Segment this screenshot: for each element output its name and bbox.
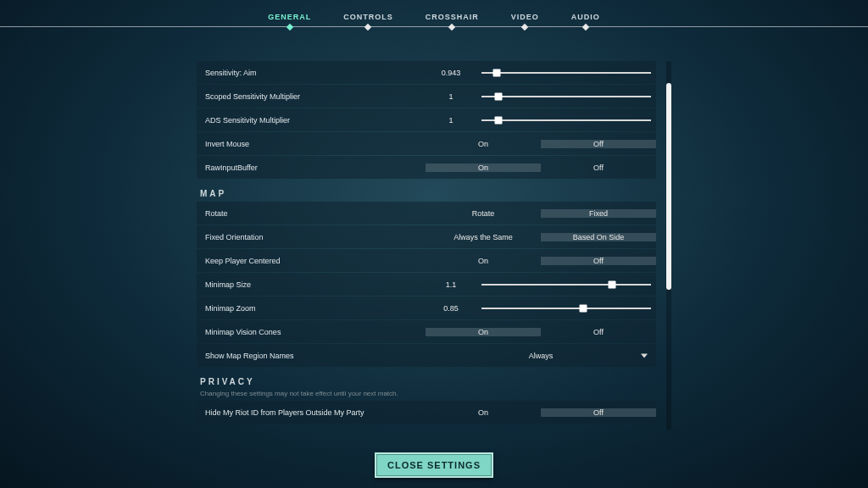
row-vision-cones: Minimap Vision Cones On Off [197,320,656,343]
label-keep-centered: Keep Player Centered [197,257,426,265]
tab-video[interactable]: VIDEO [511,13,539,26]
label-rotate: Rotate [197,209,426,218]
label-sensitivity-aim: Sensitivity: Aim [197,69,426,77]
slider-minimap-size[interactable] [476,284,656,286]
toggle-rotate-a[interactable]: Rotate [426,209,541,218]
slider-sensitivity-aim[interactable] [476,72,656,74]
label-region-names: Show Map Region Names [197,352,426,360]
toggle-keep-centered: On Off [426,257,656,265]
toggle-keep-centered-b[interactable]: Off [541,257,656,265]
toggle-rawinput-on[interactable]: On [426,164,541,172]
toggle-hide-riot-id-b[interactable]: Off [541,408,656,417]
label-vision-cones: Minimap Vision Cones [197,328,426,336]
section-heading-map: MAP [197,189,656,198]
toggle-orientation-a[interactable]: Always the Same [426,233,541,241]
tab-controls[interactable]: CONTROLS [343,13,393,26]
slider-minimap-zoom[interactable] [476,308,656,309]
toggle-hide-riot-id: On Off [426,408,656,417]
scrollbar-thumb[interactable] [666,83,671,290]
scrollbar-track[interactable] [666,61,671,430]
toggle-rawinput: On Off [426,164,656,172]
row-minimap-zoom: Minimap Zoom 0.85 [197,297,656,319]
value-minimap-zoom: 0.85 [426,304,476,313]
slider-knob[interactable] [495,92,503,100]
settings-panel: Sensitivity: Aim 0.943 Scoped Sensitivit… [197,61,671,430]
slider-ads-multiplier[interactable] [476,119,656,121]
toggle-invert-mouse-off[interactable]: Off [541,140,656,148]
value-ads-multiplier: 1 [426,116,476,125]
label-minimap-zoom: Minimap Zoom [197,304,426,313]
row-rawinput: RawInputBuffer On Off [197,156,656,179]
label-orientation: Fixed Orientation [197,233,426,241]
row-keep-centered: Keep Player Centered On Off [197,249,656,272]
dropdown-region-names[interactable]: Always [426,352,656,360]
toggle-orientation: Always the Same Based On Side [426,233,656,241]
row-hide-riot-id: Hide My Riot ID from Players Outside My … [197,401,656,424]
close-settings-button[interactable]: CLOSE SETTINGS [375,452,493,478]
slider-knob[interactable] [493,69,501,76]
toggle-vision-cones: On Off [426,328,656,336]
slider-knob[interactable] [495,116,503,124]
value-sensitivity-aim: 0.943 [426,69,476,77]
toggle-rotate: Rotate Fixed [426,209,656,218]
label-invert-mouse: Invert Mouse [197,140,426,148]
toggle-invert-mouse: On Off [426,140,656,148]
value-minimap-size: 1.1 [426,280,476,289]
toggle-vision-cones-a[interactable]: On [426,328,541,336]
toggle-vision-cones-b[interactable]: Off [541,328,656,336]
settings-tabbar: GENERAL CONTROLS CROSSHAIR VIDEO AUDIO [0,0,868,27]
toggle-orientation-b[interactable]: Based On Side [541,233,656,241]
section-note-privacy: Changing these settings may not take eff… [197,390,656,397]
row-region-names: Show Map Region Names Always [197,344,656,367]
toggle-rotate-b[interactable]: Fixed [541,209,656,218]
toggle-hide-riot-id-a[interactable]: On [426,408,541,417]
dropdown-region-names-value: Always [529,352,554,360]
row-rotate: Rotate Rotate Fixed [197,202,656,225]
label-rawinput: RawInputBuffer [197,164,426,172]
slider-knob[interactable] [580,304,587,312]
chevron-down-icon [641,353,648,358]
tab-general[interactable]: GENERAL [268,13,311,26]
label-minimap-size: Minimap Size [197,280,426,289]
row-sensitivity-aim: Sensitivity: Aim 0.943 [197,61,656,84]
value-scoped-multiplier: 1 [426,92,476,101]
tab-crosshair[interactable]: CROSSHAIR [426,13,479,26]
slider-knob[interactable] [609,280,616,288]
section-heading-privacy: PRIVACY [197,377,656,386]
row-minimap-size: Minimap Size 1.1 [197,273,656,296]
toggle-rawinput-off[interactable]: Off [541,164,656,172]
row-orientation: Fixed Orientation Always the Same Based … [197,225,656,248]
label-scoped-multiplier: Scoped Sensitivity Multiplier [197,92,426,101]
toggle-invert-mouse-on[interactable]: On [426,140,541,148]
label-hide-riot-id: Hide My Riot ID from Players Outside My … [197,408,426,417]
row-ads-multiplier: ADS Sensitivity Multiplier 1 [197,108,656,131]
toggle-keep-centered-a[interactable]: On [426,257,541,265]
row-scoped-multiplier: Scoped Sensitivity Multiplier 1 [197,85,656,108]
label-ads-multiplier: ADS Sensitivity Multiplier [197,116,426,125]
row-invert-mouse: Invert Mouse On Off [197,132,656,155]
tab-audio[interactable]: AUDIO [571,13,600,26]
slider-scoped-multiplier[interactable] [476,96,656,97]
